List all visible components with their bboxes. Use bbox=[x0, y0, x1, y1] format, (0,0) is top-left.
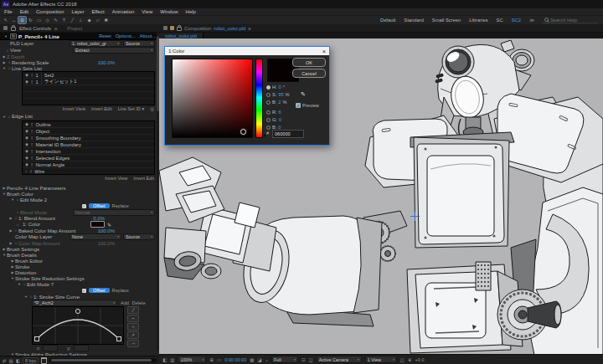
pld-source-select[interactable]: Source▾ bbox=[123, 40, 155, 47]
reset-link[interactable]: Reset bbox=[99, 33, 111, 38]
snapshot-icon[interactable]: ◧ bbox=[16, 358, 20, 363]
line-set-id-select[interactable]: Line Set ID ▾ bbox=[118, 106, 145, 111]
menu-animation[interactable]: Animation bbox=[112, 9, 135, 14]
pen-tool-icon[interactable]: ✎ bbox=[52, 17, 59, 23]
grid-guides-icon[interactable]: ⊞ bbox=[209, 357, 214, 362]
eye-icon[interactable]: ◉ bbox=[25, 79, 28, 84]
bpc-indicator[interactable]: 8 bpc bbox=[23, 357, 39, 364]
distortion-row[interactable]: ▶ Distortion bbox=[0, 269, 159, 275]
workspace-libraries[interactable]: Libraries bbox=[469, 18, 487, 23]
dialog-eyedropper[interactable]: ✎ bbox=[301, 91, 306, 98]
offset-checkbox[interactable]: ✓ bbox=[82, 204, 86, 208]
menu-composition[interactable]: Composition bbox=[36, 9, 64, 14]
workspace-standard[interactable]: Standard bbox=[404, 18, 424, 23]
hue-radio[interactable] bbox=[266, 85, 271, 90]
hue-slider[interactable] bbox=[255, 59, 263, 138]
color-swatch[interactable] bbox=[90, 221, 105, 228]
color-map-layer-select[interactable]: None▾ bbox=[70, 233, 121, 240]
brush-details-row[interactable]: ▼ Brush Details bbox=[0, 252, 159, 258]
dialog-title-bar[interactable]: 1:Color × bbox=[165, 47, 329, 55]
channel-icon[interactable]: ◒ bbox=[265, 357, 268, 362]
workspace-overflow-icon[interactable]: ≫ bbox=[529, 18, 534, 23]
blend-amount-value[interactable]: 0.0% bbox=[93, 216, 105, 221]
composition-canvas[interactable]: 1:Color × OK Cancel H:0° S:95% bbox=[159, 38, 603, 355]
folder-icon[interactable]: ▤ bbox=[9, 358, 13, 363]
curve-canvas[interactable] bbox=[32, 306, 124, 345]
clone-stamp-tool-icon[interactable]: ⊥ bbox=[77, 17, 85, 23]
curve-x-field[interactable] bbox=[43, 345, 58, 351]
color-picker-cursor[interactable] bbox=[240, 129, 246, 135]
line-set-row-empty[interactable] bbox=[23, 99, 154, 105]
curve-y-field[interactable] bbox=[74, 345, 89, 351]
about-link[interactable]: About... bbox=[140, 33, 156, 38]
red-value[interactable]: 6 bbox=[279, 110, 281, 115]
puppet-tool-icon[interactable]: ✱ bbox=[102, 17, 110, 23]
stroke-size-curve-editor[interactable]: ╱ ⌐ ≈ ↗ ⊣ bbox=[0, 306, 159, 345]
invert-view-button[interactable]: Invert View bbox=[105, 176, 127, 181]
curve-smooth-button[interactable]: ≈ bbox=[127, 323, 139, 331]
current-time[interactable]: 0:00:00:00 bbox=[224, 357, 246, 362]
line-set-row[interactable]: ◉ ▯ 1 Set2 bbox=[23, 72, 154, 79]
zoom-tool-icon[interactable]: ⊙ bbox=[18, 17, 26, 23]
brightness-radio[interactable] bbox=[266, 100, 271, 105]
menu-file[interactable]: File bbox=[4, 9, 13, 14]
effect-header[interactable]: ▼ fx P_Pencil+ 4 Line Reset Options... A… bbox=[0, 33, 159, 40]
rendering-scale-value[interactable]: 100.0% bbox=[98, 60, 115, 65]
view-select[interactable]: Extract▾ bbox=[73, 47, 155, 54]
green-value[interactable]: 0 bbox=[279, 117, 281, 122]
replace-button[interactable]: Replace bbox=[112, 288, 129, 293]
invert-edit-button[interactable]: Invert Edit bbox=[91, 106, 112, 111]
snapshot-icon[interactable]: ▦ bbox=[250, 357, 254, 362]
offset-button[interactable]: Offset bbox=[89, 203, 110, 208]
edit-box-icon[interactable]: ▯ bbox=[31, 79, 33, 84]
pld-layer-select[interactable]: 1. robot_color_gr▾ bbox=[70, 40, 121, 47]
edge-row-object[interactable]: ◉▯Object bbox=[23, 128, 154, 135]
stroke-size-curve-row[interactable]: ▼ ○ 1: Stroke Size Curve bbox=[0, 294, 159, 300]
magnification-icon[interactable]: ▥ bbox=[170, 357, 174, 362]
menu-window[interactable]: Window bbox=[160, 9, 178, 14]
show-snapshot-icon[interactable]: ◪ bbox=[257, 357, 261, 362]
cancel-button[interactable]: Cancel bbox=[292, 69, 326, 78]
invert-edit-button[interactable]: Invert Edit bbox=[133, 176, 154, 181]
search-help-box[interactable]: Search Help bbox=[543, 17, 598, 23]
flow-icon[interactable]: ⇄ bbox=[3, 358, 7, 363]
hue-value[interactable]: 0 bbox=[279, 85, 281, 90]
invert-view-button[interactable]: Invert View bbox=[63, 106, 85, 111]
line-sets-list-row[interactable]: ▼ ○ Line Sets List bbox=[0, 65, 159, 71]
panel-menu-icon[interactable]: ≡ bbox=[54, 26, 57, 31]
preview-checkbox[interactable]: ✓ bbox=[296, 103, 301, 108]
color-map-source-select[interactable]: Source▾ bbox=[123, 233, 155, 240]
curve-flip-button[interactable]: ↗ bbox=[127, 331, 139, 339]
brush-color-row[interactable]: ▼ Brush Color bbox=[0, 191, 159, 197]
edge-row-smoothing-boundary[interactable]: ◉▯Smoothing Boundary bbox=[23, 135, 154, 141]
parameters-row[interactable]: ▶ Pencil+ 4 Line Parameters bbox=[0, 185, 159, 191]
resolution-select[interactable]: Full▾ bbox=[271, 356, 298, 363]
baked-color-map-value[interactable]: 100.0% bbox=[98, 228, 115, 233]
fast-previews-icon[interactable]: ⊕ bbox=[408, 357, 412, 362]
close-icon[interactable]: × bbox=[322, 49, 326, 54]
gear-icon[interactable]: ◎ bbox=[150, 106, 154, 111]
offset-checkbox[interactable]: ✓ bbox=[82, 289, 86, 293]
hex-input[interactable]: 060000 bbox=[272, 130, 304, 138]
view-layout-select[interactable]: 1 View▾ bbox=[365, 356, 397, 363]
green-radio[interactable] bbox=[266, 118, 271, 122]
edge-list-row[interactable]: ▼ ○ Edge List bbox=[0, 112, 159, 120]
brightness-value[interactable]: 2 bbox=[278, 100, 281, 105]
curve-add-button[interactable]: Add bbox=[121, 300, 129, 305]
workspace-sc2[interactable]: SC2 bbox=[512, 18, 521, 23]
edit-mode-7-row[interactable]: ▼ ○ Edit Mode 7 bbox=[0, 281, 159, 287]
edge-row-intersection[interactable]: ◉▯Intersection bbox=[23, 148, 154, 155]
edge-row-selected-edges[interactable]: ◉▯Selected Edges bbox=[23, 155, 154, 161]
line-set-row-empty[interactable] bbox=[23, 85, 154, 92]
curve-delete-button[interactable]: Delete bbox=[132, 300, 146, 305]
edge-row-outline[interactable]: ◉▯Outline bbox=[23, 121, 154, 128]
transparency-grid-icon[interactable]: ◫ bbox=[309, 357, 313, 362]
edge-row-wire[interactable]: ○▯Wire bbox=[23, 168, 154, 174]
horizontal-scrollbar[interactable] bbox=[49, 358, 157, 362]
camera-select[interactable]: Active Camera▾ bbox=[317, 356, 362, 363]
selection-tool-icon[interactable]: ↖ bbox=[2, 17, 9, 23]
brush-editor-row[interactable]: ▶ Brush Editor bbox=[0, 258, 159, 264]
curve-preset-select[interactable]: *P_Arch2▾ bbox=[32, 300, 117, 306]
ok-button[interactable]: OK bbox=[292, 58, 326, 67]
title-bar[interactable]: Ae Adobe After Effects CC 2018 bbox=[0, 0, 603, 8]
